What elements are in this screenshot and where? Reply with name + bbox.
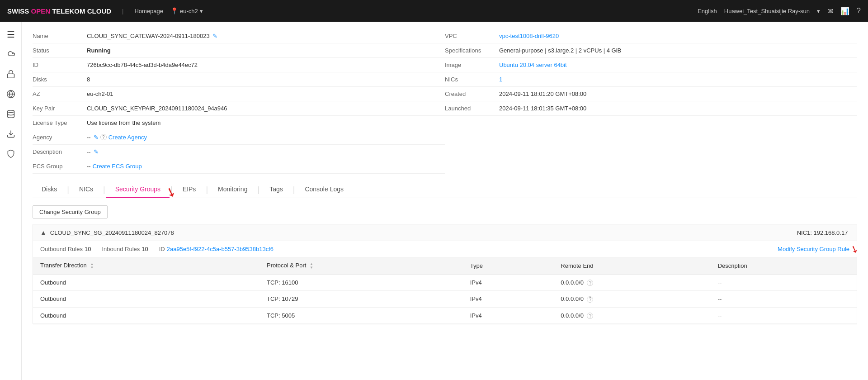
detail-created-row: Created 2024-09-11 18:01:20 GMT+08:00 xyxy=(445,87,857,101)
logo-open: OPEN xyxy=(31,7,51,15)
protocol-sort-icon[interactable]: ▲▼ xyxy=(310,262,313,270)
detail-disks-row: Disks 8 xyxy=(33,72,445,87)
remote-help-icon-2[interactable]: ? xyxy=(587,313,593,319)
image-value[interactable]: Ubuntu 20.04 server 64bit xyxy=(499,62,567,68)
remote-help-icon-0[interactable]: ? xyxy=(587,280,593,286)
detail-specs-row: Specifications General-purpose | s3.larg… xyxy=(445,43,857,58)
inbound-stat: Inbound Rules 10 xyxy=(102,246,148,252)
tab-monitoring[interactable]: Monitoring xyxy=(209,181,256,198)
detail-id-row: ID 726bc9cc-db78-44c5-ad3d-b4da9e44ec72 xyxy=(33,58,445,72)
create-ecsgroup-link[interactable]: Create ECS Group xyxy=(93,163,142,170)
agency-help-icon[interactable]: ? xyxy=(100,134,107,140)
tab-tags[interactable]: Tags xyxy=(260,181,292,198)
security-group-panel: ▲ CLOUD_SYNC_SG_20240911180024_827078 NI… xyxy=(33,224,857,324)
agency-edit-icon[interactable]: ✎ xyxy=(94,134,99,141)
tab-console-logs[interactable]: Console Logs xyxy=(296,181,353,198)
sg-nic-label: NIC1: 192.168.0.17 xyxy=(797,229,848,236)
tabs-area: Disks | NICs | Security Groups | EIPs | … xyxy=(33,181,857,198)
specs-value: General-purpose | s3.large.2 | 2 vCPUs |… xyxy=(499,47,621,54)
cell-desc-0: -- xyxy=(711,274,857,291)
rules-info-bar: Outbound Rules 10 Inbound Rules 10 ID 2a… xyxy=(33,241,857,257)
launched-label: Launched xyxy=(445,105,499,112)
sidebar-menu-icon[interactable]: ☰ xyxy=(2,25,20,43)
svg-rect-0 xyxy=(7,74,14,78)
details-section: Name CLOUD_SYNC_GATEWAY-2024-0911-180023… xyxy=(33,29,857,174)
region-selector[interactable]: 📍 eu-ch2 ▾ xyxy=(170,7,203,14)
cell-type-1: IPv4 xyxy=(463,291,554,308)
disks-label: Disks xyxy=(33,76,87,83)
col-protocol-port: Protocol & Port ▲▼ xyxy=(259,257,463,274)
detail-image-row: Image Ubuntu 20.04 server 64bit xyxy=(445,58,857,72)
cell-protocol-2: TCP: 5005 xyxy=(259,307,463,324)
detail-agency-row: Agency -- ✎ ? Create Agency xyxy=(33,130,445,145)
license-label: License Type xyxy=(33,119,87,126)
homepage-link[interactable]: Homepage xyxy=(134,8,163,14)
remote-help-icon-1[interactable]: ? xyxy=(587,296,593,303)
sidebar-security-icon[interactable] xyxy=(2,145,20,163)
desc-edit-icon[interactable]: ✎ xyxy=(94,148,99,155)
name-edit-icon[interactable]: ✎ xyxy=(212,33,217,39)
cell-direction-0: Outbound xyxy=(33,274,259,291)
license-value: Use license from the system xyxy=(87,119,160,126)
cell-type-2: IPv4 xyxy=(463,307,554,324)
region-label: eu-ch2 xyxy=(180,8,198,14)
outbound-count: 10 xyxy=(85,246,91,252)
stats-icon[interactable]: 📊 xyxy=(840,7,849,15)
cell-remote-2: 0.0.0.0/0 ? xyxy=(553,307,710,324)
sg-id-label: ID xyxy=(159,246,165,252)
language-selector[interactable]: English xyxy=(698,8,717,14)
sidebar-network-icon[interactable] xyxy=(2,85,20,103)
region-dropdown-icon: ▾ xyxy=(200,8,203,14)
launched-value: 2024-09-11 18:01:35 GMT+08:00 xyxy=(499,105,586,112)
cell-desc-2: -- xyxy=(711,307,857,324)
cell-protocol-1: TCP: 10729 xyxy=(259,291,463,308)
sidebar-download-icon[interactable] xyxy=(2,125,20,143)
tab-eips[interactable]: EIPs xyxy=(174,181,205,198)
tab-divider-4: | xyxy=(206,185,208,194)
sidebar: ☰ xyxy=(0,22,22,380)
az-label: AZ xyxy=(33,90,87,97)
sidebar-cloud-icon-1[interactable] xyxy=(2,45,20,63)
sidebar-storage-icon[interactable] xyxy=(2,105,20,123)
outbound-stat: Outbound Rules 10 xyxy=(40,246,91,252)
svg-point-2 xyxy=(7,110,14,113)
created-label: Created xyxy=(445,90,499,97)
details-left-col: Name CLOUD_SYNC_GATEWAY-2024-0911-180023… xyxy=(33,29,445,174)
create-agency-link[interactable]: Create Agency xyxy=(108,134,147,141)
change-security-group-button[interactable]: Change Security Group xyxy=(33,205,108,218)
logo-cloud: CLOUD xyxy=(87,7,111,15)
tab-security-groups[interactable]: Security Groups xyxy=(106,181,170,198)
agency-label: Agency xyxy=(33,134,87,141)
mail-icon[interactable]: ✉ xyxy=(827,7,833,15)
direction-sort-icon[interactable]: ▲▼ xyxy=(90,262,94,270)
user-dropdown-icon[interactable]: ▾ xyxy=(817,8,820,14)
detail-name-row: Name CLOUD_SYNC_GATEWAY-2024-0911-180023… xyxy=(33,29,445,43)
modify-security-group-rule-link[interactable]: Modify Security Group Rule xyxy=(778,246,849,252)
az-value: eu-ch2-01 xyxy=(87,90,113,97)
detail-desc-row: Description -- ✎ xyxy=(33,145,445,159)
detail-license-row: License Type Use license from the system xyxy=(33,116,445,130)
rules-table: Transfer Direction ▲▼ Protocol & Port ▲▼… xyxy=(33,257,857,324)
tabs-container: Disks | NICs | Security Groups | EIPs | … xyxy=(33,181,857,198)
detail-keypair-row: Key Pair CLOUD_SYNC_KEYPAIR_202409111800… xyxy=(33,101,445,116)
collapse-icon[interactable]: ▲ xyxy=(40,229,47,236)
cell-direction-1: Outbound xyxy=(33,291,259,308)
logo: SWISS OPEN TELEKOM CLOUD xyxy=(7,7,111,15)
sidebar-cloud-icon-2[interactable] xyxy=(2,65,20,83)
table-row: Outbound TCP: 16100 IPv4 0.0.0.0/0 ? -- xyxy=(33,274,857,291)
created-value: 2024-09-11 18:01:20 GMT+08:00 xyxy=(499,90,586,97)
tab-divider-6: | xyxy=(293,185,295,194)
user-name[interactable]: Huawei_Test_Shuaisijie Ray-sun xyxy=(724,8,810,14)
table-header-row: Transfer Direction ▲▼ Protocol & Port ▲▼… xyxy=(33,257,857,274)
region-pin-icon: 📍 xyxy=(170,7,178,14)
sg-header-left: ▲ CLOUD_SYNC_SG_20240911180024_827078 xyxy=(40,229,174,236)
tab-nics[interactable]: NICs xyxy=(70,181,102,198)
help-icon[interactable]: ? xyxy=(857,7,861,15)
vpc-value[interactable]: vpc-test1008-drill-9620 xyxy=(499,33,559,39)
sg-id-value[interactable]: 2aa95e5f-f922-4c5a-b557-3b9538b13cf6 xyxy=(167,246,274,252)
rules-bar-left: Outbound Rules 10 Inbound Rules 10 ID 2a… xyxy=(40,246,274,252)
cell-direction-2: Outbound xyxy=(33,307,259,324)
col-remote-end: Remote End xyxy=(553,257,710,274)
tab-disks[interactable]: Disks xyxy=(33,181,66,198)
nics-value[interactable]: 1 xyxy=(499,76,502,83)
